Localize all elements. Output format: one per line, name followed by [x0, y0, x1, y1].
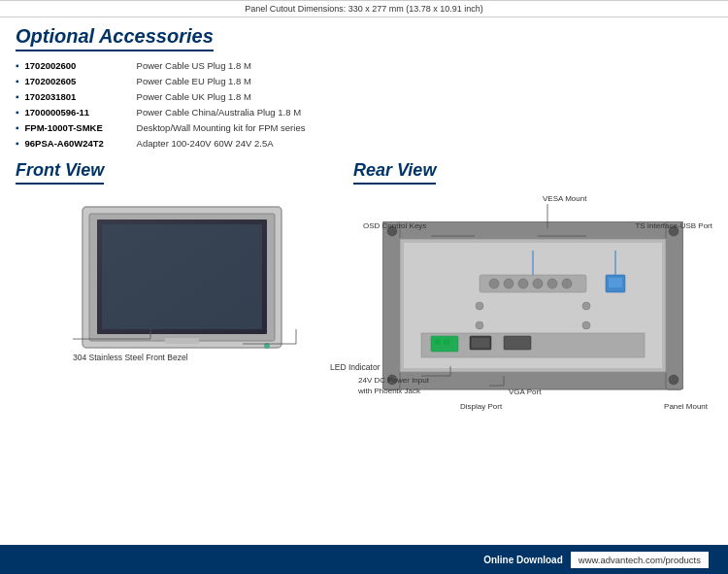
- svg-rect-27: [504, 336, 531, 350]
- list-item: 1700000596-11 Power Cable China/Australi…: [16, 106, 712, 119]
- osd-label-text: OSD Control Keys: [363, 221, 426, 230]
- accessories-list: 1702002600 Power Cable US Plug 1.8 M 170…: [16, 59, 712, 151]
- part-number: 1702031801: [25, 90, 137, 103]
- part-number: 96PSA-A60W24T2: [25, 137, 137, 150]
- accessories-section: Optional Accessories 1702002600 Power Ca…: [16, 25, 712, 151]
- part-desc: Power Cable UK Plug 1.8 M: [137, 90, 251, 103]
- part-number: 1702002605: [25, 75, 137, 87]
- part-number: FPM-1000T-SMKE: [25, 121, 137, 134]
- svg-rect-14: [666, 221, 683, 389]
- svg-rect-23: [435, 339, 441, 345]
- list-item: 1702002600 Power Cable US Plug 1.8 M: [16, 59, 712, 73]
- front-view-section: Front View: [16, 160, 353, 464]
- svg-rect-4: [102, 224, 262, 329]
- svg-point-31: [518, 279, 528, 288]
- svg-point-20: [669, 375, 678, 385]
- svg-point-34: [562, 279, 572, 288]
- bottom-bar: Online Download www.advantech.com/produc…: [0, 545, 728, 574]
- rear-diagram: VESA Mount OSD Control Keys: [353, 192, 712, 416]
- part-desc: Desktop/Wall Mounting kit for FPM series: [137, 121, 306, 134]
- monitor-illustration: 304 Stainless Steel Front Bezel LED Indi…: [78, 202, 301, 372]
- display-port-label-text: Display Port: [460, 402, 502, 411]
- display-port-label: Display Port: [460, 402, 502, 411]
- online-download-label: Online Download: [483, 555, 563, 565]
- vesa-label-text: VESA Mount: [543, 194, 586, 203]
- front-view-title: Front View: [16, 160, 104, 185]
- list-item: 1702002605 Power Cable EU Plug 1.8 M: [16, 75, 712, 88]
- part-desc: Power Cable US Plug 1.8 M: [137, 59, 251, 72]
- osd-label: OSD Control Keys: [363, 221, 426, 230]
- list-item: FPM-1000T-SMKE Desktop/Wall Mounting kit…: [16, 121, 712, 135]
- vesa-label: VESA Mount: [543, 194, 586, 203]
- top-bar: Panel Cutout Dimensions: 330 x 277 mm (1…: [0, 0, 728, 17]
- part-number: 1700000596-11: [25, 106, 137, 118]
- panel-mount-label-text: Panel Mount: [664, 402, 708, 411]
- list-item: 1702031801 Power Cable UK Plug 1.8 M: [16, 90, 712, 104]
- power-label: 24V DC Power Inputwith Phoenix Jack: [358, 376, 429, 396]
- online-download-url: www.advantech.com/products: [571, 552, 709, 568]
- svg-point-37: [476, 302, 483, 310]
- rear-view-title: Rear View: [353, 160, 436, 185]
- svg-point-30: [504, 279, 513, 288]
- part-desc: Power Cable EU Plug 1.8 M: [137, 75, 251, 87]
- svg-point-32: [533, 279, 543, 288]
- rear-view-section: Rear View: [353, 160, 712, 464]
- list-item: 96PSA-A60W24T2 Adapter 100-240V 60W 24V …: [16, 137, 712, 151]
- svg-point-40: [582, 321, 590, 329]
- svg-point-33: [547, 279, 557, 288]
- panel-cutout-text: Panel Cutout Dimensions: 330 x 277 mm (1…: [245, 4, 483, 14]
- svg-point-38: [582, 302, 590, 310]
- svg-point-29: [489, 279, 499, 288]
- rear-view-content: VESA Mount OSD Control Keys: [353, 192, 712, 464]
- ts-interface-label-text: TS Interface-USB Port: [635, 221, 712, 230]
- bezel-label-text: 304 Stainless Steel Front Bezel: [73, 353, 188, 362]
- part-number: 1702002600: [25, 59, 137, 72]
- part-desc: Power Cable China/Australia Plug 1.8 M: [137, 106, 302, 118]
- front-view-content: 304 Stainless Steel Front Bezel LED Indi…: [16, 192, 353, 372]
- ts-interface-label: TS Interface-USB Port: [635, 221, 712, 230]
- svg-rect-36: [609, 278, 622, 287]
- part-desc: Adapter 100-240V 60W 24V 2.5A: [137, 137, 274, 150]
- svg-rect-24: [444, 339, 449, 345]
- svg-rect-13: [382, 221, 400, 389]
- svg-point-39: [476, 321, 483, 329]
- accessories-title: Optional Accessories: [16, 25, 214, 51]
- main-content: Optional Accessories 1702002600 Power Ca…: [0, 17, 728, 464]
- views-container: Front View: [16, 160, 712, 464]
- panel-mount-label: Panel Mount: [664, 402, 708, 411]
- vga-label: VGA Port: [509, 388, 541, 396]
- power-label-text: 24V DC Power Inputwith Phoenix Jack: [358, 376, 429, 394]
- svg-rect-26: [472, 338, 489, 348]
